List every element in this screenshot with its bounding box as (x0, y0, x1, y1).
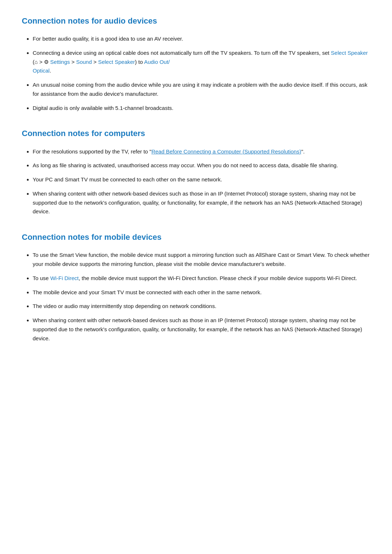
list-item: As long as file sharing is activated, un… (33, 161, 370, 170)
settings-link[interactable]: Settings (50, 59, 70, 65)
list-item: The video or audio may intermittently st… (33, 302, 370, 311)
list-item: When sharing content with other network-… (33, 189, 370, 216)
supported-resolutions-link[interactable]: Read Before Connecting a Computer (Suppo… (151, 148, 301, 155)
mobile-item-3-text: The mobile device and your Smart TV must… (33, 289, 262, 295)
section-title-mobile: Connection notes for mobile devices (22, 231, 370, 243)
list-item: When sharing content with other network-… (33, 316, 370, 343)
section-audio-devices: Connection notes for audio devices For b… (22, 15, 370, 112)
list-item: An unusual noise coming from the audio d… (33, 81, 370, 99)
list-item: Your PC and Smart TV must be connected t… (33, 175, 370, 184)
list-item: Digital audio is only available with 5.1… (33, 104, 370, 113)
list-item: For better audio quality, it is a good i… (33, 34, 370, 44)
audio-item-4-text: Digital audio is only available with 5.1… (33, 105, 173, 111)
comp-item-1-text: For the resolutions supported by the TV,… (33, 148, 305, 155)
section-title-computers: Connection notes for computers (22, 127, 370, 140)
section-mobile-devices: Connection notes for mobile devices To u… (22, 231, 370, 343)
list-item: For the resolutions supported by the TV,… (33, 147, 370, 156)
section-title-audio: Connection notes for audio devices (22, 15, 370, 27)
wifi-direct-link[interactable]: Wi-Fi Direct (50, 275, 78, 281)
computers-list: For the resolutions supported by the TV,… (22, 147, 370, 217)
list-item: To use Wi-Fi Direct, the mobile device m… (33, 274, 370, 283)
comp-item-3-text: Your PC and Smart TV must be connected t… (33, 176, 222, 182)
mobile-item-2-text: To use Wi-Fi Direct, the mobile device m… (33, 275, 357, 281)
select-speaker-link-2[interactable]: Select Speaker (98, 59, 135, 65)
mobile-item-1-text: To use the Smart View function, the mobi… (33, 252, 369, 267)
audio-item-3-text: An unusual noise coming from the audio d… (33, 82, 367, 97)
comp-item-2-text: As long as file sharing is activated, un… (33, 162, 338, 168)
sound-link[interactable]: Sound (76, 59, 92, 65)
audio-item-1-text: For better audio quality, it is a good i… (33, 36, 183, 42)
audio-list: For better audio quality, it is a good i… (22, 34, 370, 112)
section-computers: Connection notes for computers For the r… (22, 127, 370, 216)
audio-item-2-text: Connecting a device using an optical cab… (33, 50, 368, 74)
list-item: To use the Smart View function, the mobi… (33, 251, 370, 269)
list-item: The mobile device and your Smart TV must… (33, 288, 370, 297)
list-item: Connecting a device using an optical cab… (33, 49, 370, 75)
select-speaker-link-1[interactable]: Select Speaker (331, 50, 368, 56)
comp-item-4-text: When sharing content with other network-… (33, 190, 362, 215)
mobile-item-5-text: When sharing content with other network-… (33, 317, 362, 341)
mobile-item-4-text: The video or audio may intermittently st… (33, 303, 216, 309)
mobile-list: To use the Smart View function, the mobi… (22, 251, 370, 343)
